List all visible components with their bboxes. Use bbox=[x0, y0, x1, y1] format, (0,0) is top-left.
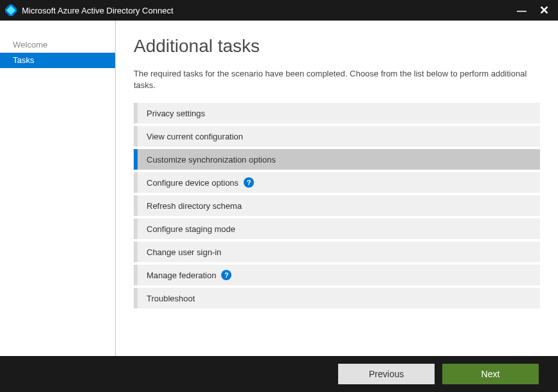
task-label: Change user sign-in bbox=[147, 247, 221, 257]
minimize-button[interactable]: — bbox=[517, 6, 526, 15]
task-label: Configure device options bbox=[147, 178, 239, 188]
task-label: Privacy settings bbox=[147, 109, 205, 118]
task-item[interactable]: View current configuration bbox=[134, 126, 540, 147]
next-button[interactable]: Next bbox=[442, 364, 539, 384]
help-icon[interactable]: ? bbox=[221, 270, 231, 280]
task-item[interactable]: Configure staging mode bbox=[134, 218, 540, 239]
task-item[interactable]: Refresh directory schema bbox=[134, 195, 540, 216]
sidebar-item-welcome[interactable]: Welcome bbox=[0, 37, 115, 53]
task-item[interactable]: Customize synchronization options bbox=[134, 149, 540, 170]
titlebar: Microsoft Azure Active Directory Connect… bbox=[0, 0, 558, 21]
window-controls: — ✕ bbox=[517, 4, 558, 16]
task-item[interactable]: Configure device options? bbox=[134, 172, 540, 193]
sidebar-item-tasks[interactable]: Tasks bbox=[0, 53, 115, 68]
task-label: Troubleshoot bbox=[147, 294, 195, 303]
footer: Previous Next bbox=[0, 356, 558, 392]
task-list: Privacy settingsView current configurati… bbox=[134, 103, 540, 308]
main-content: Additional tasks The required tasks for … bbox=[116, 21, 558, 356]
task-label: Refresh directory schema bbox=[147, 201, 242, 211]
task-item[interactable]: Troubleshoot bbox=[134, 288, 540, 308]
help-icon[interactable]: ? bbox=[244, 177, 254, 188]
task-label: Configure staging mode bbox=[147, 224, 235, 234]
close-button[interactable]: ✕ bbox=[539, 4, 549, 16]
task-label: View current configuration bbox=[147, 132, 243, 141]
task-item[interactable]: Change user sign-in bbox=[134, 242, 540, 262]
task-item[interactable]: Manage federation? bbox=[134, 265, 540, 285]
previous-button[interactable]: Previous bbox=[338, 364, 435, 384]
page-title: Additional tasks bbox=[134, 36, 540, 57]
body-area: WelcomeTasks Additional tasks The requir… bbox=[0, 21, 558, 356]
azure-ad-logo-icon bbox=[5, 4, 17, 16]
task-label: Manage federation bbox=[147, 271, 216, 280]
task-label: Customize synchronization options bbox=[147, 155, 276, 165]
task-item[interactable]: Privacy settings bbox=[134, 103, 540, 123]
window-title: Microsoft Azure Active Directory Connect bbox=[22, 6, 517, 15]
page-description: The required tasks for the scenario have… bbox=[134, 68, 540, 91]
sidebar: WelcomeTasks bbox=[0, 21, 116, 356]
